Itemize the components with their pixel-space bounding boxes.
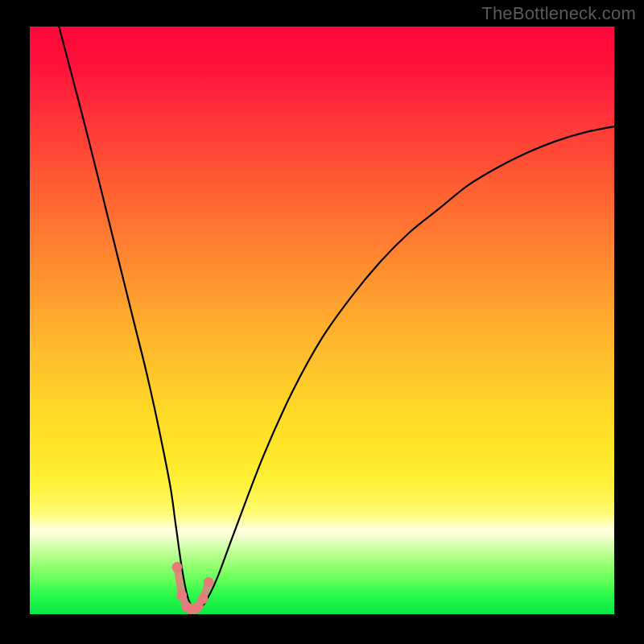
curve-layer (30, 27, 614, 614)
min-marker (197, 594, 208, 605)
min-marker (171, 562, 182, 572)
min-marker (176, 590, 187, 601)
chart-frame: TheBottleneck.com (0, 0, 644, 644)
plot-area (30, 27, 614, 614)
watermark-text: TheBottleneck.com (481, 3, 636, 24)
bottleneck-curve (59, 27, 614, 609)
min-region-markers (171, 562, 213, 614)
min-marker (204, 577, 214, 588)
